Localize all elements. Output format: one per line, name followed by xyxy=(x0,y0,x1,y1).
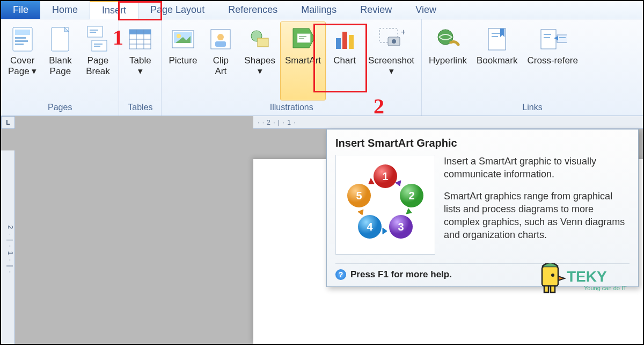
ruler-vertical[interactable]: 2 · | · 1 · | · xyxy=(1,150,15,344)
svg-text:+: + xyxy=(401,27,405,37)
tab-insert[interactable]: Insert xyxy=(90,1,138,19)
page-break-button[interactable]: Page Break xyxy=(79,21,116,100)
svg-rect-41 xyxy=(492,33,500,34)
chart-label: Chart xyxy=(333,55,356,66)
clip-art-label: Clip Art xyxy=(213,55,229,76)
svg-rect-9 xyxy=(90,30,98,31)
cross-reference-button[interactable]: Cross-refere xyxy=(522,21,582,100)
tooltip-preview-image: 1 2 3 4 5 xyxy=(335,155,435,255)
tooltip-para-1: Insert a SmartArt graphic to visually co… xyxy=(444,155,630,181)
table-button[interactable]: Table ▾ xyxy=(121,21,159,100)
svg-point-66 xyxy=(551,274,554,277)
svg-rect-65 xyxy=(542,267,558,286)
ruler-horizontal[interactable]: · · 2 · | · 1 · xyxy=(253,116,643,129)
document-area: L · · 2 · | · 1 · 2 · | · 1 · | · Insert… xyxy=(1,116,643,344)
svg-rect-10 xyxy=(90,32,96,33)
tooltip-title: Insert SmartArt Graphic xyxy=(335,137,630,149)
hyperlink-label: Hyperlink xyxy=(429,55,467,66)
tooltip-description: Insert a SmartArt graphic to visually co… xyxy=(444,155,630,255)
group-tables-label: Tables xyxy=(121,100,159,116)
ribbon: Cover Page ▾ Blank Page Page Break Pages xyxy=(1,19,643,116)
cover-page-button[interactable]: Cover Page ▾ xyxy=(3,21,41,100)
watermark: TEKY Young can do IT xyxy=(539,263,635,296)
group-pages-label: Pages xyxy=(3,100,116,116)
svg-marker-53 xyxy=(358,210,363,215)
bookmark-button[interactable]: Bookmark xyxy=(472,21,523,100)
hyperlink-button[interactable]: Hyperlink xyxy=(424,21,472,100)
svg-rect-3 xyxy=(15,40,28,42)
svg-rect-69 xyxy=(551,286,555,292)
tab-page-layout[interactable]: Page Layout xyxy=(138,1,216,19)
svg-rect-45 xyxy=(544,34,551,35)
svg-rect-2 xyxy=(15,37,26,39)
svg-text:2: 2 xyxy=(408,190,414,202)
blank-page-icon xyxy=(46,25,74,53)
svg-point-37 xyxy=(392,39,396,44)
svg-rect-48 xyxy=(559,37,566,38)
bookmark-icon xyxy=(483,25,511,53)
chart-icon xyxy=(331,25,358,53)
group-illustrations-label: Illustrations xyxy=(164,100,419,116)
bookmark-label: Bookmark xyxy=(477,55,518,66)
clip-art-button[interactable]: Clip Art xyxy=(202,21,239,100)
svg-rect-44 xyxy=(541,30,556,49)
svg-marker-50 xyxy=(396,181,401,186)
svg-text:1: 1 xyxy=(382,170,388,182)
chart-button[interactable]: Chart xyxy=(326,21,363,100)
tab-references[interactable]: References xyxy=(216,1,289,19)
tab-file[interactable]: File xyxy=(1,1,40,19)
page-break-icon xyxy=(84,25,112,53)
cover-page-icon xyxy=(9,25,36,53)
tooltip-footer-text: Press F1 for more help. xyxy=(350,269,452,280)
table-label: Table ▾ xyxy=(129,55,151,76)
picture-label: Picture xyxy=(169,55,197,66)
smartart-button[interactable]: SmartArt xyxy=(280,21,326,100)
tab-mailings[interactable]: Mailings xyxy=(289,1,348,19)
clip-art-icon xyxy=(207,25,235,53)
tab-review[interactable]: Review xyxy=(348,1,404,19)
svg-rect-68 xyxy=(544,286,548,292)
svg-rect-32 xyxy=(336,38,341,49)
smartart-label: SmartArt xyxy=(285,55,321,66)
group-tables: Table ▾ Tables xyxy=(119,19,162,116)
svg-rect-11 xyxy=(94,44,103,45)
cross-reference-label: Cross-refere xyxy=(527,55,577,66)
svg-rect-4 xyxy=(15,44,24,45)
shapes-button[interactable]: Shapes ▾ xyxy=(239,21,280,100)
svg-text:5: 5 xyxy=(356,190,362,202)
group-illustrations: Picture Clip Art Shapes ▾ SmartArt xyxy=(162,19,422,116)
svg-rect-25 xyxy=(215,41,226,47)
svg-marker-51 xyxy=(406,209,412,214)
tooltip-para-2: SmartArt graphics range from graphical l… xyxy=(444,190,630,242)
table-icon xyxy=(126,25,154,53)
hyperlink-icon xyxy=(434,25,462,53)
screenshot-button[interactable]: + Screenshot ▾ xyxy=(363,21,419,100)
screenshot-label: Screenshot ▾ xyxy=(368,55,414,76)
screenshot-icon: + xyxy=(377,25,405,53)
cross-reference-icon xyxy=(539,25,567,53)
smartart-icon xyxy=(289,25,317,53)
svg-marker-54 xyxy=(369,178,374,184)
svg-rect-34 xyxy=(349,35,354,49)
tab-home[interactable]: Home xyxy=(40,1,90,19)
svg-rect-47 xyxy=(557,35,567,42)
group-pages: Cover Page ▾ Blank Page Page Break Pages xyxy=(1,19,119,116)
svg-marker-67 xyxy=(558,276,565,281)
cover-page-label: Cover Page ▾ xyxy=(8,55,36,76)
svg-text:3: 3 xyxy=(398,221,404,233)
ribbon-tabs: File Home Insert Page Layout References … xyxy=(1,1,643,19)
blank-page-label: Blank Page xyxy=(49,55,72,76)
ruler-corner[interactable]: L xyxy=(1,116,15,129)
tab-view[interactable]: View xyxy=(404,1,448,19)
group-links: Hyperlink Bookmark Cross-refere Links xyxy=(422,19,643,116)
shapes-icon xyxy=(246,25,274,53)
picture-button[interactable]: Picture xyxy=(164,21,202,100)
picture-icon xyxy=(169,25,197,53)
blank-page-button[interactable]: Blank Page xyxy=(41,21,79,100)
svg-rect-1 xyxy=(15,30,30,35)
svg-rect-46 xyxy=(544,37,550,38)
svg-rect-33 xyxy=(342,32,347,49)
svg-point-24 xyxy=(217,34,224,40)
svg-rect-30 xyxy=(299,36,306,37)
svg-point-21 xyxy=(177,34,181,38)
